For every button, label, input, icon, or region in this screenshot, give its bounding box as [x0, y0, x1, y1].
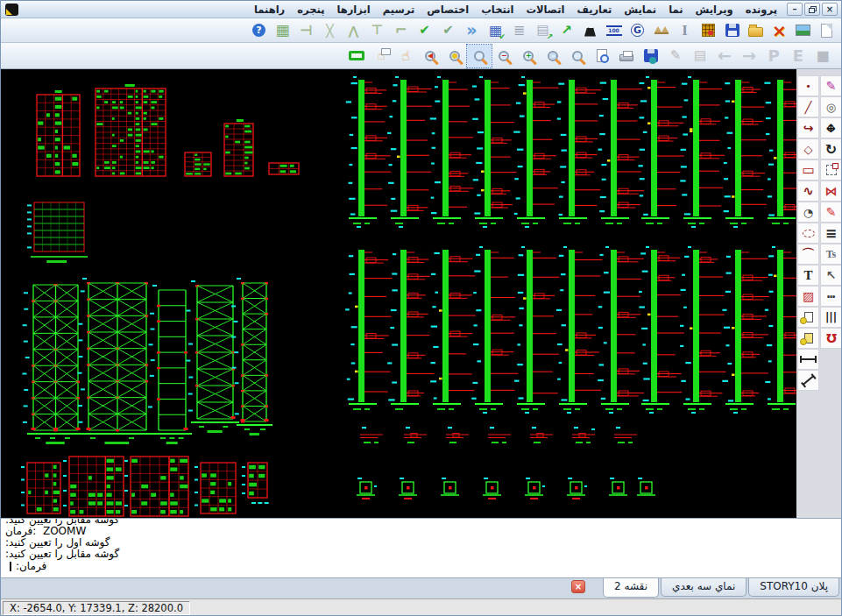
pencil-button[interactable]: ✎ [820, 75, 842, 96]
linetype-button[interactable]: ┅ [820, 286, 842, 307]
dimension-button[interactable]: 100 [602, 19, 626, 42]
text-button[interactable]: T [797, 265, 819, 286]
back-button[interactable]: ← [712, 45, 737, 67]
array-button[interactable]: ||| [820, 307, 842, 328]
export-dxf-button[interactable]: × [768, 19, 791, 42]
tab-plan-story10[interactable]: پلان STORY10 [748, 578, 839, 597]
forward-button[interactable]: → [737, 45, 761, 67]
move-button[interactable] [820, 117, 842, 138]
command-area[interactable]: گوشه مقابل را تعیین کنید:فرمان: ZOOMWگوش… [1, 518, 841, 577]
text-style-button[interactable]: Ts [820, 244, 842, 265]
ibeam-button[interactable]: I [673, 19, 697, 42]
restore-button[interactable] [804, 3, 820, 16]
insert-image-button[interactable] [791, 19, 815, 42]
spline-button[interactable]: ∿ [797, 181, 819, 202]
plan-grid-button[interactable] [697, 19, 720, 42]
menu-item-7[interactable]: اختصاص [421, 2, 475, 18]
menu-item-1[interactable]: ویرایش [689, 2, 739, 18]
minimize-button[interactable]: – [787, 3, 803, 16]
explode-button[interactable]: ✎ [820, 202, 842, 223]
pen-button[interactable]: ✎ [663, 45, 688, 67]
new-file-button[interactable] [815, 19, 838, 42]
protractor-button[interactable]: ◔ [797, 202, 819, 223]
point-button[interactable]: • [797, 75, 819, 96]
report-button[interactable]: ≣ [507, 19, 531, 42]
menu-item-8[interactable]: ترسیم [377, 2, 421, 18]
pan-button[interactable]: ☝ [393, 45, 418, 67]
open-button[interactable] [744, 19, 768, 42]
menu-item-2[interactable]: نما [662, 2, 689, 18]
solid-view-button[interactable]: ■ [810, 45, 835, 67]
zoom-rect-button[interactable] [820, 159, 842, 181]
move-icon [824, 121, 838, 135]
print-preview-button[interactable] [590, 45, 614, 67]
zoom-in-button[interactable]: + [516, 45, 541, 67]
check-connection-button[interactable]: ✔ [413, 19, 436, 42]
weld-export-button[interactable]: ↗ [555, 19, 578, 42]
drawing-canvas[interactable] [1, 69, 796, 518]
report-scroll-icon: ≣ [513, 24, 525, 38]
elevation-mode-button[interactable]: E [786, 45, 810, 67]
polygon-button[interactable]: ◇ [797, 138, 819, 159]
truss-button[interactable] [649, 19, 673, 42]
menu-item-10[interactable]: پنجره [291, 2, 330, 18]
beam-check-button[interactable]: ✔ [436, 19, 460, 42]
plan-mode-button[interactable]: P [761, 45, 786, 67]
menu-item-6[interactable]: انتخاب [475, 2, 520, 18]
rotate-button[interactable]: ↻ [820, 138, 842, 159]
zoom-window-button[interactable] [467, 45, 492, 67]
zoom-all-button[interactable] [565, 45, 590, 67]
corbel-connection-button[interactable]: ⊣ [294, 19, 318, 42]
hatch-button[interactable]: ▨ [797, 286, 819, 307]
dim-linear-button[interactable] [797, 349, 819, 370]
sheet-tabbar: پلان STORY10نماي سه بعدينقشه 2× [1, 577, 841, 598]
menu-item-0[interactable]: پرونده [739, 2, 783, 18]
polyline-button[interactable]: ↪ [797, 117, 819, 138]
arc-button[interactable]: ⌒ [797, 244, 819, 265]
zoom-scale-button[interactable]: ◌ [541, 45, 565, 67]
checklist-button[interactable]: ▤↗ [531, 19, 555, 42]
menu-item-9[interactable]: ابزارها [330, 2, 376, 18]
markup-button[interactable]: ▤ [688, 45, 712, 67]
rectangle-button[interactable]: ▭ [797, 159, 819, 181]
layers-button[interactable]: ≡ [820, 223, 842, 244]
help-button[interactable]: ? [247, 19, 271, 42]
grid-settings-button[interactable]: ▦ [271, 19, 294, 42]
close-sheet-button[interactable]: × [571, 580, 585, 593]
close-button[interactable]: × [822, 3, 838, 16]
menu-item-3[interactable]: نمایش [618, 2, 662, 18]
zoom-extents-button[interactable] [344, 45, 369, 67]
command-input-line[interactable]: فرمان: [5, 560, 837, 572]
circle-button[interactable]: ◎ [820, 96, 842, 117]
fast-forward-button[interactable]: » [460, 19, 484, 42]
draw-toolbar: •✎╱◎↪◇↻▭∿⋈◔✎≡⌒TsT↖▨┅|||Ω [797, 75, 842, 391]
menu-item-4[interactable]: تعاریف [570, 2, 618, 18]
xbrace-connection-button[interactable]: ╳ [318, 19, 342, 42]
ellipse-button[interactable] [797, 223, 819, 244]
tee-connection-button[interactable]: ⊤ [365, 19, 389, 42]
zoom-dynamic-button[interactable]: ● [442, 45, 467, 67]
print-button[interactable] [614, 45, 639, 67]
copy-button[interactable] [797, 307, 819, 328]
tab-3d-view[interactable]: نماي سه بعدي [661, 578, 746, 597]
building-check-button[interactable]: ▦✔ [484, 19, 507, 42]
menu-item-5[interactable]: اتصالات [520, 2, 570, 18]
line-button[interactable]: ╱ [797, 96, 819, 117]
chevron-connection-button[interactable]: ⋀ [342, 19, 365, 42]
tab-sheet-2[interactable]: نقشه 2 [603, 578, 659, 598]
pan-window-button[interactable]: ☝ [369, 45, 393, 67]
grade-button[interactable]: G [626, 19, 649, 42]
app-logo-icon[interactable] [5, 4, 18, 16]
paste-button[interactable] [797, 328, 819, 349]
dim-aligned-button[interactable] [797, 370, 819, 391]
zoom-out-button[interactable]: − [492, 45, 516, 67]
menu-item-11[interactable]: راهنما [248, 2, 291, 18]
export-drawing-button[interactable] [639, 45, 663, 67]
select-button[interactable]: ↖ [820, 265, 842, 286]
mirror-button[interactable]: ⋈ [820, 181, 842, 202]
weight-button[interactable] [578, 19, 602, 42]
zoom-previous-button[interactable]: ◀ [418, 45, 442, 67]
snap-button[interactable]: Ω [820, 328, 842, 349]
save-button[interactable] [720, 19, 744, 42]
corner-connection-button[interactable]: ⌐ [389, 19, 413, 42]
